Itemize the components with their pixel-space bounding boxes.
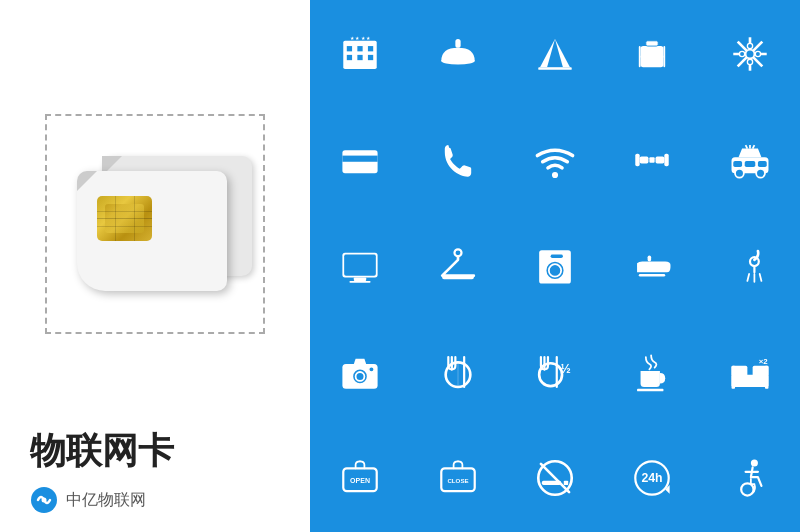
- svg-rect-16: [646, 41, 658, 46]
- svg-line-64: [759, 274, 761, 281]
- card-icon: [338, 138, 382, 182]
- svg-rect-30: [343, 151, 378, 174]
- svg-point-29: [747, 44, 752, 49]
- svg-point-28: [739, 52, 744, 57]
- gym-icon: [630, 138, 674, 182]
- svg-rect-44: [758, 161, 767, 167]
- gym-icon-cell[interactable]: [605, 109, 699, 212]
- restaurant-icon-cell[interactable]: [410, 320, 504, 423]
- svg-point-26: [747, 60, 752, 65]
- sim-notch-front: [77, 171, 97, 191]
- svg-rect-78: [731, 374, 768, 386]
- close-sign-icon: CLOSE: [436, 456, 480, 500]
- open-sign-icon-cell[interactable]: OPEN: [313, 426, 407, 529]
- svg-rect-82: [765, 366, 769, 389]
- 24h-icon: 24h: [630, 456, 674, 500]
- bottom-section: 物联网卡 中亿物联网: [20, 427, 290, 514]
- half-board-icon: ½: [533, 350, 577, 394]
- svg-point-68: [369, 367, 374, 372]
- sim-card-front: [77, 171, 227, 291]
- svg-rect-37: [640, 157, 649, 164]
- svg-rect-8: [368, 55, 373, 60]
- svg-rect-4: [358, 46, 363, 51]
- accessible-icon: [728, 456, 772, 500]
- food-service-icon: [436, 32, 480, 76]
- icon-grid: ★ ★ ★ ★: [310, 0, 800, 532]
- luggage-icon: [630, 32, 674, 76]
- svg-rect-19: [664, 46, 666, 67]
- luggage-icon-cell[interactable]: [605, 3, 699, 106]
- coffee-icon: [630, 350, 674, 394]
- half-board-icon-cell[interactable]: ½: [508, 320, 602, 423]
- no-smoking-icon: [533, 456, 577, 500]
- svg-rect-59: [648, 255, 652, 261]
- phone-icon: [436, 138, 480, 182]
- taxi-icon: [728, 138, 772, 182]
- tv-icon-cell[interactable]: [313, 215, 407, 318]
- hanger-icon-cell[interactable]: [410, 215, 504, 318]
- twin-bed-icon: ×2: [728, 350, 772, 394]
- svg-rect-6: [347, 55, 352, 60]
- svg-rect-2: [343, 41, 376, 69]
- svg-text:×2: ×2: [758, 357, 768, 366]
- svg-rect-32: [347, 166, 358, 169]
- svg-point-33: [552, 172, 558, 178]
- close-sign-icon-cell[interactable]: CLOSE: [410, 426, 504, 529]
- svg-text:½: ½: [560, 362, 570, 376]
- svg-rect-60: [639, 274, 665, 277]
- svg-rect-31: [343, 156, 378, 162]
- svg-point-27: [755, 52, 760, 57]
- svg-point-41: [756, 169, 765, 178]
- phone-icon-cell[interactable]: [410, 109, 504, 212]
- accessible-icon-cell[interactable]: [703, 426, 797, 529]
- svg-rect-14: [538, 68, 571, 71]
- card-icon-cell[interactable]: [313, 109, 407, 212]
- svg-line-91: [541, 464, 569, 492]
- brand-row: 中亿物联网: [30, 486, 146, 514]
- svg-rect-90: [564, 480, 568, 484]
- 24h-icon-cell[interactable]: 24h: [605, 426, 699, 529]
- svg-point-94: [751, 459, 758, 466]
- restaurant-icon: [436, 350, 480, 394]
- svg-text:OPEN: OPEN: [350, 477, 370, 484]
- food-service-icon-cell[interactable]: [410, 3, 504, 106]
- svg-rect-43: [745, 161, 756, 167]
- svg-rect-53: [442, 276, 474, 280]
- air-conditioning-icon-cell[interactable]: [703, 3, 797, 106]
- svg-rect-58: [551, 255, 563, 259]
- brand-logo-icon: [30, 486, 58, 514]
- svg-rect-20: [641, 56, 664, 58]
- taxi-icon-cell[interactable]: [703, 109, 797, 212]
- tv-icon: [338, 244, 382, 288]
- hotel-icon: ★ ★ ★ ★: [338, 32, 382, 76]
- svg-line-45: [745, 145, 747, 149]
- shower-icon: [728, 244, 772, 288]
- svg-rect-51: [350, 281, 371, 283]
- svg-rect-34: [650, 158, 655, 163]
- coffee-icon-cell[interactable]: [605, 320, 699, 423]
- iron-icon-cell[interactable]: [605, 215, 699, 318]
- washer-icon-cell[interactable]: [508, 215, 602, 318]
- svg-rect-18: [639, 46, 641, 67]
- svg-point-25: [745, 50, 754, 59]
- svg-point-66: [352, 368, 368, 384]
- svg-rect-38: [656, 157, 665, 164]
- hotel-icon-cell[interactable]: ★ ★ ★ ★: [313, 3, 407, 106]
- twin-bed-icon-cell[interactable]: ×2: [703, 320, 797, 423]
- washer-icon: [533, 244, 577, 288]
- camera-icon-cell[interactable]: [313, 320, 407, 423]
- svg-point-40: [735, 169, 744, 178]
- svg-rect-36: [665, 154, 669, 166]
- svg-rect-77: [637, 389, 663, 392]
- wifi-icon-cell[interactable]: [508, 109, 602, 212]
- shower-icon-cell[interactable]: [703, 215, 797, 318]
- svg-rect-81: [731, 366, 735, 389]
- svg-text:24h: 24h: [642, 471, 663, 485]
- hanger-icon: [436, 244, 480, 288]
- svg-rect-35: [636, 154, 640, 166]
- camping-icon-cell[interactable]: [508, 3, 602, 106]
- camera-icon: [338, 350, 382, 394]
- svg-rect-42: [733, 161, 742, 167]
- no-smoking-icon-cell[interactable]: [508, 426, 602, 529]
- svg-rect-50: [354, 277, 366, 281]
